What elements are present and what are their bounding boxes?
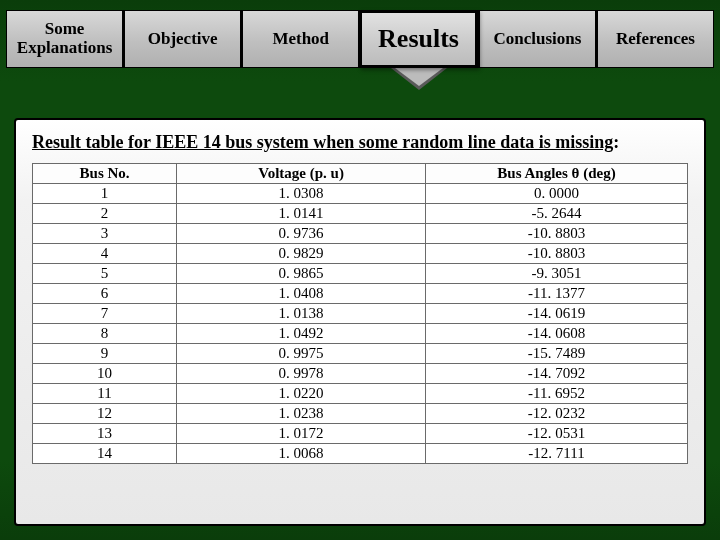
tab-results-wrap: Results	[359, 10, 478, 68]
cell-voltage: 0. 9975	[177, 344, 426, 364]
cell-bus: 5	[33, 264, 177, 284]
table-row: 81. 0492-14. 0608	[33, 324, 688, 344]
cell-bus: 8	[33, 324, 177, 344]
cell-voltage: 0. 9829	[177, 244, 426, 264]
table-row: 100. 9978-14. 7092	[33, 364, 688, 384]
tab-label: Conclusions	[493, 30, 581, 49]
chevron-down-icon	[391, 68, 447, 90]
table-row: 131. 0172-12. 0531	[33, 424, 688, 444]
content-panel: Result table for IEEE 14 bus system when…	[14, 118, 706, 526]
cell-bus: 1	[33, 184, 177, 204]
cell-angle: -9. 3051	[425, 264, 687, 284]
tab-label: Method	[272, 30, 329, 49]
tab-conclusions[interactable]: Conclusions	[478, 10, 596, 68]
cell-bus: 7	[33, 304, 177, 324]
table-row: 40. 9829-10. 8803	[33, 244, 688, 264]
header-angle: Bus Angles θ (deg)	[425, 164, 687, 184]
table-row: 121. 0238-12. 0232	[33, 404, 688, 424]
cell-angle: -10. 8803	[425, 244, 687, 264]
table-header-row: Bus No. Voltage (p. u) Bus Angles θ (deg…	[33, 164, 688, 184]
table-row: 71. 0138-14. 0619	[33, 304, 688, 324]
slide: Some Explanations Objective Method Resul…	[0, 0, 720, 540]
cell-angle: -11. 6952	[425, 384, 687, 404]
section-title-colon: :	[613, 132, 619, 152]
tab-label: Objective	[148, 30, 218, 49]
cell-voltage: 1. 0308	[177, 184, 426, 204]
cell-bus: 12	[33, 404, 177, 424]
cell-angle: -12. 0531	[425, 424, 687, 444]
tab-references[interactable]: References	[596, 10, 714, 68]
cell-voltage: 1. 0238	[177, 404, 426, 424]
tab-bar: Some Explanations Objective Method Resul…	[0, 0, 720, 68]
cell-voltage: 0. 9865	[177, 264, 426, 284]
table-row: 111. 0220-11. 6952	[33, 384, 688, 404]
tab-label: Some Explanations	[13, 20, 116, 57]
cell-bus: 11	[33, 384, 177, 404]
tab-label: Results	[378, 25, 459, 54]
cell-voltage: 1. 0172	[177, 424, 426, 444]
header-bus-no: Bus No.	[33, 164, 177, 184]
table-body: 11. 03080. 000021. 0141-5. 264430. 9736-…	[33, 184, 688, 464]
results-table: Bus No. Voltage (p. u) Bus Angles θ (deg…	[32, 163, 688, 464]
cell-angle: -11. 1377	[425, 284, 687, 304]
cell-voltage: 1. 0408	[177, 284, 426, 304]
tab-some-explanations[interactable]: Some Explanations	[6, 10, 123, 68]
cell-angle: -15. 7489	[425, 344, 687, 364]
tab-objective[interactable]: Objective	[123, 10, 241, 68]
cell-bus: 6	[33, 284, 177, 304]
table-row: 21. 0141-5. 2644	[33, 204, 688, 224]
table-row: 61. 0408-11. 1377	[33, 284, 688, 304]
cell-bus: 9	[33, 344, 177, 364]
section-title: Result table for IEEE 14 bus system when…	[32, 132, 688, 153]
cell-voltage: 1. 0068	[177, 444, 426, 464]
cell-angle: -14. 7092	[425, 364, 687, 384]
cell-bus: 4	[33, 244, 177, 264]
table-row: 90. 9975-15. 7489	[33, 344, 688, 364]
header-voltage: Voltage (p. u)	[177, 164, 426, 184]
cell-angle: -5. 2644	[425, 204, 687, 224]
cell-voltage: 1. 0220	[177, 384, 426, 404]
section-title-text: Result table for IEEE 14 bus system when…	[32, 132, 613, 152]
tab-method[interactable]: Method	[241, 10, 359, 68]
cell-bus: 13	[33, 424, 177, 444]
cell-voltage: 1. 0141	[177, 204, 426, 224]
cell-angle: -14. 0608	[425, 324, 687, 344]
cell-angle: -10. 8803	[425, 224, 687, 244]
cell-angle: -14. 0619	[425, 304, 687, 324]
cell-voltage: 1. 0492	[177, 324, 426, 344]
cell-voltage: 1. 0138	[177, 304, 426, 324]
cell-bus: 3	[33, 224, 177, 244]
cell-bus: 10	[33, 364, 177, 384]
cell-angle: -12. 7111	[425, 444, 687, 464]
cell-angle: 0. 0000	[425, 184, 687, 204]
cell-angle: -12. 0232	[425, 404, 687, 424]
table-row: 50. 9865-9. 3051	[33, 264, 688, 284]
cell-voltage: 0. 9978	[177, 364, 426, 384]
cell-voltage: 0. 9736	[177, 224, 426, 244]
table-row: 141. 0068-12. 7111	[33, 444, 688, 464]
cell-bus: 2	[33, 204, 177, 224]
tab-results[interactable]: Results	[359, 10, 478, 68]
tab-label: References	[616, 30, 695, 49]
cell-bus: 14	[33, 444, 177, 464]
table-row: 30. 9736-10. 8803	[33, 224, 688, 244]
table-row: 11. 03080. 0000	[33, 184, 688, 204]
